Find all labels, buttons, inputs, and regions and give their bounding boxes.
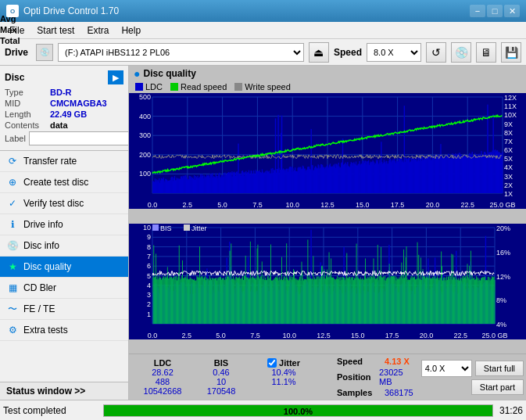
samples-stat-value: 368175 — [385, 388, 413, 397]
mid-value: CMCMAGBA3 — [50, 99, 107, 108]
status-section: Status window >> — [0, 382, 128, 400]
nav-disc-quality[interactable]: ★ Disc quality — [0, 257, 128, 278]
mid-label: MID — [5, 99, 50, 108]
drive-icon: 💿 — [36, 44, 53, 61]
nav-create-test-disc[interactable]: ⊕ Create test disc — [0, 172, 128, 193]
nav-transfer-rate[interactable]: ⟳ Transfer rate — [0, 151, 128, 172]
minimize-button[interactable]: − — [470, 5, 485, 17]
drive-select[interactable]: (F:) ATAPI iHBS112 2 PL06 — [58, 43, 304, 62]
type-label: Type — [5, 88, 50, 97]
drive-label: Drive — [5, 47, 28, 58]
nav-cd-bler[interactable]: ▦ CD Bler — [0, 278, 128, 299]
menu-start-test[interactable]: Start test — [30, 23, 81, 38]
titlebar: O Opti Drive Control 1.70 − □ ✕ — [0, 0, 526, 22]
extra-tests-label: Extra tests — [23, 325, 68, 336]
samples-stat-label: Samples — [337, 388, 380, 397]
verify-test-disc-label: Verify test disc — [23, 198, 84, 209]
start-part-button[interactable]: Start part — [471, 379, 524, 395]
rotate-icon-btn[interactable]: ↺ — [426, 42, 446, 63]
ldc-total: 10542668 — [144, 386, 182, 396]
speed-label: Speed — [334, 47, 362, 58]
disc-icon-btn[interactable]: 💿 — [451, 42, 471, 63]
content-title-icon: ● — [134, 67, 140, 80]
speed-pos-samples: Speed 4.13 X Position 23025 MB Samples 3… — [337, 357, 413, 397]
length-label: Length — [5, 109, 50, 119]
jitter-total — [282, 386, 284, 396]
stats-bar: LDC 28.62 488 10542668 BIS 0.46 10 17054… — [129, 354, 526, 400]
verify-test-disc-icon: ✓ — [6, 197, 19, 210]
disc-info-btn[interactable]: ▶ — [108, 70, 123, 84]
bis-header: BIS — [214, 358, 228, 368]
jitter-avg: 10.4% — [271, 368, 295, 377]
chart2-container — [129, 224, 526, 354]
disc-panel: Disc ▶ Type BD-R MID CMCMAGBA3 Length 22… — [0, 66, 128, 151]
disc-quality-icon: ★ — [6, 260, 19, 273]
drive-info-label: Drive info — [23, 219, 63, 230]
content-area: ● Disc quality LDC Read speed Write spee… — [129, 66, 526, 400]
ldc-legend: LDC — [135, 82, 163, 92]
disc2-icon-btn[interactable]: 🖥 — [476, 42, 496, 63]
nav-verify-test-disc[interactable]: ✓ Verify test disc — [0, 193, 128, 214]
nav-extra-tests[interactable]: ⚙ Extra tests — [0, 320, 128, 341]
create-test-disc-label: Create test disc — [23, 177, 88, 188]
extra-tests-icon: ⚙ — [6, 324, 19, 336]
content-title: Disc quality — [143, 68, 195, 79]
app-icon: O — [6, 5, 19, 17]
chart1-container — [129, 93, 526, 224]
ldc-header: LDC — [154, 358, 172, 368]
jitter-max: 11.1% — [271, 377, 295, 386]
nav-drive-info[interactable]: ℹ Drive info — [0, 214, 128, 235]
speed-stat-value: 4.13 X — [385, 357, 410, 366]
legend-bar: LDC Read speed Write speed — [129, 81, 526, 93]
maximize-button[interactable]: □ — [487, 5, 503, 17]
label-input[interactable] — [29, 131, 129, 145]
write-speed-legend: Write speed — [234, 82, 291, 92]
cd-bler-icon: ▦ — [6, 282, 19, 294]
drivebar: Drive 💿 (F:) ATAPI iHBS112 2 PL06 ⏏ Spee… — [0, 39, 526, 66]
speed-stat-label: Speed — [337, 357, 380, 366]
nav-disc-info[interactable]: 💿 Disc info — [0, 235, 128, 257]
disc-title: Disc — [5, 72, 24, 83]
type-value: BD-R — [50, 88, 72, 97]
disc-info-label: Disc info — [23, 240, 59, 251]
fe-te-icon: 〜 — [6, 303, 19, 315]
create-test-disc-icon: ⊕ — [6, 176, 19, 188]
transfer-rate-icon: ⟳ — [6, 155, 19, 167]
read-speed-legend: Read speed — [170, 82, 227, 92]
ldc-avg: 28.62 — [152, 368, 174, 377]
transfer-rate-label: Transfer rate — [23, 156, 77, 167]
sidebar: Disc ▶ Type BD-R MID CMCMAGBA3 Length 22… — [0, 66, 129, 400]
content-titlebar: ● Disc quality — [129, 66, 526, 81]
close-button[interactable]: ✕ — [504, 5, 520, 17]
time-text: 31:26 — [499, 405, 523, 416]
cd-bler-label: CD Bler — [23, 282, 56, 293]
start-full-button[interactable]: Start full — [475, 361, 524, 376]
ldc-max: 488 — [156, 377, 170, 386]
menu-extra[interactable]: Extra — [81, 23, 115, 38]
fe-te-label: FE / TE — [23, 303, 55, 314]
position-stat-label: Position — [337, 372, 374, 382]
menu-help[interactable]: Help — [115, 23, 147, 38]
stats-ldc: LDC 28.62 488 10542668 — [135, 358, 190, 396]
app-title: Opti Drive Control 1.70 — [23, 5, 119, 16]
status-window-header[interactable]: Status window >> — [0, 382, 128, 400]
save-icon-btn[interactable]: 💾 — [501, 42, 521, 63]
jitter-label: Jitter — [279, 358, 300, 368]
bis-avg: 0.46 — [213, 368, 229, 377]
nav-list: ⟳ Transfer rate ⊕ Create test disc ✓ Ver… — [0, 151, 128, 382]
jitter-checkbox[interactable] — [267, 358, 277, 368]
status-text: Test completed — [3, 405, 97, 416]
bis-total: 170548 — [207, 386, 236, 396]
label-label: Label — [5, 134, 26, 143]
length-value: 22.49 GB — [50, 109, 87, 119]
speed-select[interactable]: 8.0 X — [367, 43, 421, 62]
eject-icon-btn[interactable]: ⏏ — [309, 42, 329, 63]
menu-file[interactable]: File — [3, 23, 30, 38]
test-speed-select[interactable]: 4.0 X — [421, 360, 472, 377]
nav-fe-te[interactable]: 〜 FE / TE — [0, 299, 128, 320]
menubar: File Start test Extra Help — [0, 22, 526, 39]
chart2-canvas — [129, 224, 526, 339]
drive-info-icon: ℹ — [6, 218, 19, 231]
progress-text: 100.0% — [104, 405, 492, 418]
position-stat-value: 23025 MB — [379, 368, 413, 386]
